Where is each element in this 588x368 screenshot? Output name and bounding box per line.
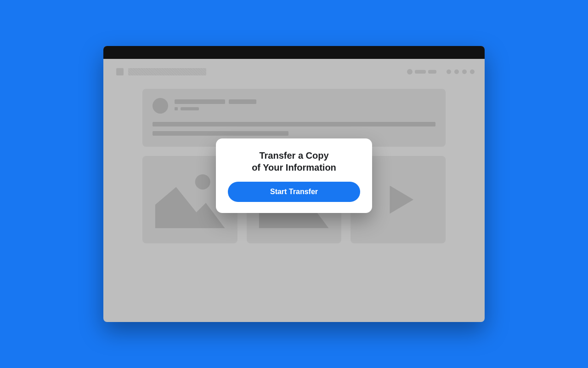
start-transfer-button[interactable]: Start Transfer bbox=[228, 182, 360, 202]
nav-right-group bbox=[407, 69, 475, 75]
avatar-icon bbox=[407, 69, 413, 75]
nav-action-icon bbox=[462, 69, 467, 74]
nav-action-cluster bbox=[447, 69, 475, 74]
placeholder-bar bbox=[181, 107, 199, 110]
nav-action-icon bbox=[470, 69, 475, 74]
transfer-modal: Transfer a Copy of Your Information Star… bbox=[216, 138, 372, 213]
placeholder-bar bbox=[175, 99, 225, 104]
placeholder-bar bbox=[229, 99, 256, 104]
nav-action-icon bbox=[454, 69, 459, 74]
nav-action-icon bbox=[447, 69, 451, 74]
avatar-icon bbox=[153, 98, 168, 114]
nav-left-group bbox=[116, 68, 206, 75]
window-titlebar bbox=[103, 46, 485, 59]
nav-user-cluster bbox=[407, 69, 436, 75]
meta-icon bbox=[175, 107, 178, 110]
placeholder-bar bbox=[153, 122, 435, 126]
svg-point-0 bbox=[195, 174, 210, 190]
nav-pill bbox=[428, 70, 436, 74]
placeholder-bar bbox=[153, 131, 288, 136]
nav-pill bbox=[415, 70, 426, 74]
logo-icon bbox=[116, 68, 124, 75]
post-header bbox=[153, 98, 435, 114]
search-placeholder-bar bbox=[128, 68, 206, 75]
modal-title: Transfer a Copy of Your Information bbox=[228, 150, 360, 173]
top-nav bbox=[103, 59, 485, 84]
post-header-lines bbox=[175, 98, 256, 110]
app-window: Transfer a Copy of Your Information Star… bbox=[103, 46, 485, 322]
